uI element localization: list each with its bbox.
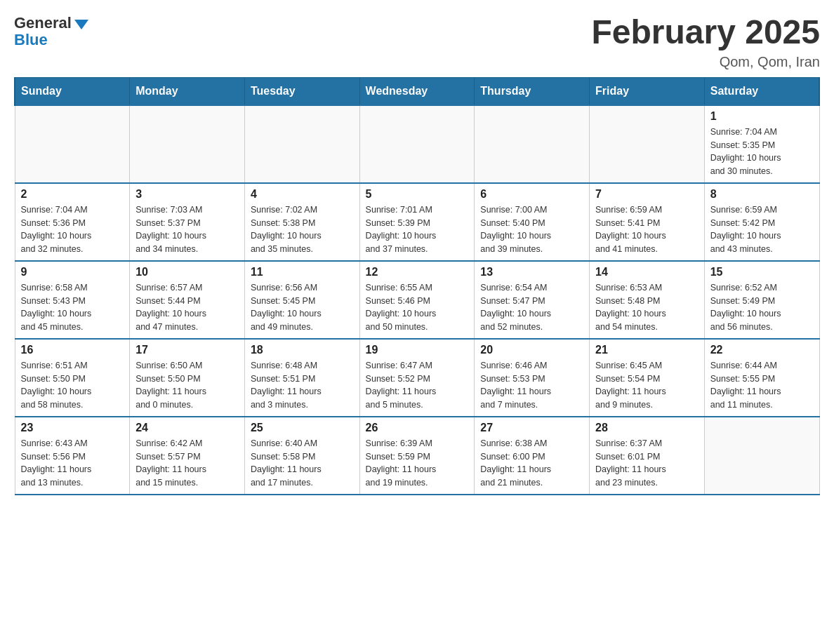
day-info: Sunrise: 6:37 AM Sunset: 6:01 PM Dayligh… (595, 437, 699, 490)
day-number: 22 (710, 344, 814, 356)
day-number: 10 (135, 266, 239, 279)
calendar-day-cell: 12Sunrise: 6:55 AM Sunset: 5:46 PM Dayli… (359, 261, 475, 339)
calendar-day-cell: 22Sunrise: 6:44 AM Sunset: 5:55 PM Dayli… (704, 339, 819, 417)
day-number: 4 (251, 188, 354, 201)
month-title: February 2025 (591, 14, 820, 51)
day-number: 2 (21, 188, 124, 201)
day-info: Sunrise: 6:56 AM Sunset: 5:45 PM Dayligh… (251, 281, 354, 334)
day-number: 19 (366, 344, 469, 356)
calendar-day-cell: 16Sunrise: 6:51 AM Sunset: 5:50 PM Dayli… (15, 339, 130, 417)
day-info: Sunrise: 6:51 AM Sunset: 5:50 PM Dayligh… (21, 359, 124, 412)
day-info: Sunrise: 6:55 AM Sunset: 5:46 PM Dayligh… (366, 281, 469, 334)
calendar-day-cell (704, 417, 819, 495)
day-number: 20 (480, 344, 583, 356)
day-number: 1 (710, 110, 814, 123)
day-info: Sunrise: 7:01 AM Sunset: 5:39 PM Dayligh… (366, 203, 469, 256)
day-info: Sunrise: 6:52 AM Sunset: 5:49 PM Dayligh… (710, 281, 814, 334)
day-info: Sunrise: 7:03 AM Sunset: 5:37 PM Dayligh… (135, 203, 239, 256)
day-number: 27 (480, 422, 583, 434)
logo: General Blue (14, 14, 88, 49)
day-info: Sunrise: 6:39 AM Sunset: 5:59 PM Dayligh… (366, 437, 469, 490)
day-number: 14 (595, 266, 699, 279)
day-info: Sunrise: 7:04 AM Sunset: 5:35 PM Dayligh… (710, 126, 814, 178)
weekday-header-monday: Monday (130, 77, 245, 105)
day-info: Sunrise: 6:45 AM Sunset: 5:54 PM Dayligh… (595, 359, 699, 412)
calendar-week-row: 1Sunrise: 7:04 AM Sunset: 5:35 PM Daylig… (15, 105, 819, 183)
day-info: Sunrise: 7:04 AM Sunset: 5:36 PM Dayligh… (21, 203, 124, 256)
calendar-day-cell: 2Sunrise: 7:04 AM Sunset: 5:36 PM Daylig… (15, 183, 130, 261)
day-number: 9 (21, 266, 124, 279)
calendar-day-cell: 24Sunrise: 6:42 AM Sunset: 5:57 PM Dayli… (130, 417, 245, 495)
weekday-header-tuesday: Tuesday (244, 77, 359, 105)
day-number: 23 (21, 422, 124, 434)
calendar-day-cell: 4Sunrise: 7:02 AM Sunset: 5:38 PM Daylig… (244, 183, 359, 261)
calendar-week-row: 16Sunrise: 6:51 AM Sunset: 5:50 PM Dayli… (15, 339, 819, 417)
calendar-week-row: 23Sunrise: 6:43 AM Sunset: 5:56 PM Dayli… (15, 417, 819, 495)
day-info: Sunrise: 6:38 AM Sunset: 6:00 PM Dayligh… (480, 437, 583, 490)
calendar-week-row: 9Sunrise: 6:58 AM Sunset: 5:43 PM Daylig… (15, 261, 819, 339)
location-text: Qom, Qom, Iran (591, 54, 820, 70)
day-info: Sunrise: 6:40 AM Sunset: 5:58 PM Dayligh… (251, 437, 354, 490)
calendar-day-cell: 8Sunrise: 6:59 AM Sunset: 5:42 PM Daylig… (704, 183, 819, 261)
calendar-day-cell (244, 105, 359, 183)
calendar-day-cell: 11Sunrise: 6:56 AM Sunset: 5:45 PM Dayli… (244, 261, 359, 339)
day-number: 8 (710, 188, 814, 201)
day-number: 25 (251, 422, 354, 434)
calendar-day-cell: 18Sunrise: 6:48 AM Sunset: 5:51 PM Dayli… (244, 339, 359, 417)
calendar-day-cell: 10Sunrise: 6:57 AM Sunset: 5:44 PM Dayli… (130, 261, 245, 339)
weekday-header-sunday: Sunday (15, 77, 130, 105)
day-info: Sunrise: 6:50 AM Sunset: 5:50 PM Dayligh… (135, 359, 239, 412)
day-number: 21 (595, 344, 699, 356)
weekday-header-wednesday: Wednesday (359, 77, 475, 105)
weekday-header-thursday: Thursday (475, 77, 590, 105)
calendar-day-cell: 26Sunrise: 6:39 AM Sunset: 5:59 PM Dayli… (359, 417, 475, 495)
calendar-day-cell: 1Sunrise: 7:04 AM Sunset: 5:35 PM Daylig… (704, 105, 819, 183)
day-number: 13 (480, 266, 583, 279)
calendar-day-cell: 3Sunrise: 7:03 AM Sunset: 5:37 PM Daylig… (130, 183, 245, 261)
calendar-day-cell (130, 105, 245, 183)
day-number: 11 (251, 266, 354, 279)
calendar-day-cell: 7Sunrise: 6:59 AM Sunset: 5:41 PM Daylig… (590, 183, 705, 261)
calendar-day-cell: 15Sunrise: 6:52 AM Sunset: 5:49 PM Dayli… (704, 261, 819, 339)
day-number: 15 (710, 266, 814, 279)
day-info: Sunrise: 6:58 AM Sunset: 5:43 PM Dayligh… (21, 281, 124, 334)
title-section: February 2025 Qom, Qom, Iran (591, 14, 820, 70)
logo-arrow-icon (74, 20, 88, 29)
day-number: 7 (595, 188, 699, 201)
calendar-day-cell: 13Sunrise: 6:54 AM Sunset: 5:47 PM Dayli… (475, 261, 590, 339)
logo-blue-text: Blue (14, 31, 48, 49)
day-info: Sunrise: 6:44 AM Sunset: 5:55 PM Dayligh… (710, 359, 814, 412)
day-number: 18 (251, 344, 354, 356)
day-number: 12 (366, 266, 469, 279)
calendar-week-row: 2Sunrise: 7:04 AM Sunset: 5:36 PM Daylig… (15, 183, 819, 261)
day-info: Sunrise: 7:02 AM Sunset: 5:38 PM Dayligh… (251, 203, 354, 256)
calendar-day-cell (359, 105, 475, 183)
calendar-day-cell (15, 105, 130, 183)
day-number: 24 (135, 422, 239, 434)
calendar-day-cell (590, 105, 705, 183)
calendar-day-cell: 5Sunrise: 7:01 AM Sunset: 5:39 PM Daylig… (359, 183, 475, 261)
day-info: Sunrise: 6:59 AM Sunset: 5:42 PM Dayligh… (710, 203, 814, 256)
calendar-day-cell: 27Sunrise: 6:38 AM Sunset: 6:00 PM Dayli… (475, 417, 590, 495)
day-info: Sunrise: 7:00 AM Sunset: 5:40 PM Dayligh… (480, 203, 583, 256)
calendar-table: SundayMondayTuesdayWednesdayThursdayFrid… (14, 77, 820, 495)
day-info: Sunrise: 6:43 AM Sunset: 5:56 PM Dayligh… (21, 437, 124, 490)
day-info: Sunrise: 6:57 AM Sunset: 5:44 PM Dayligh… (135, 281, 239, 334)
calendar-day-cell: 19Sunrise: 6:47 AM Sunset: 5:52 PM Dayli… (359, 339, 475, 417)
calendar-day-cell (475, 105, 590, 183)
day-info: Sunrise: 6:42 AM Sunset: 5:57 PM Dayligh… (135, 437, 239, 490)
day-info: Sunrise: 6:59 AM Sunset: 5:41 PM Dayligh… (595, 203, 699, 256)
day-info: Sunrise: 6:53 AM Sunset: 5:48 PM Dayligh… (595, 281, 699, 334)
day-number: 26 (366, 422, 469, 434)
day-number: 17 (135, 344, 239, 356)
day-info: Sunrise: 6:54 AM Sunset: 5:47 PM Dayligh… (480, 281, 583, 334)
calendar-day-cell: 25Sunrise: 6:40 AM Sunset: 5:58 PM Dayli… (244, 417, 359, 495)
page-header: General Blue February 2025 Qom, Qom, Ira… (14, 14, 820, 70)
day-number: 5 (366, 188, 469, 201)
day-number: 28 (595, 422, 699, 434)
day-number: 3 (135, 188, 239, 201)
calendar-day-cell: 14Sunrise: 6:53 AM Sunset: 5:48 PM Dayli… (590, 261, 705, 339)
calendar-day-cell: 9Sunrise: 6:58 AM Sunset: 5:43 PM Daylig… (15, 261, 130, 339)
calendar-day-cell: 17Sunrise: 6:50 AM Sunset: 5:50 PM Dayli… (130, 339, 245, 417)
logo-general-text: General (14, 14, 72, 32)
